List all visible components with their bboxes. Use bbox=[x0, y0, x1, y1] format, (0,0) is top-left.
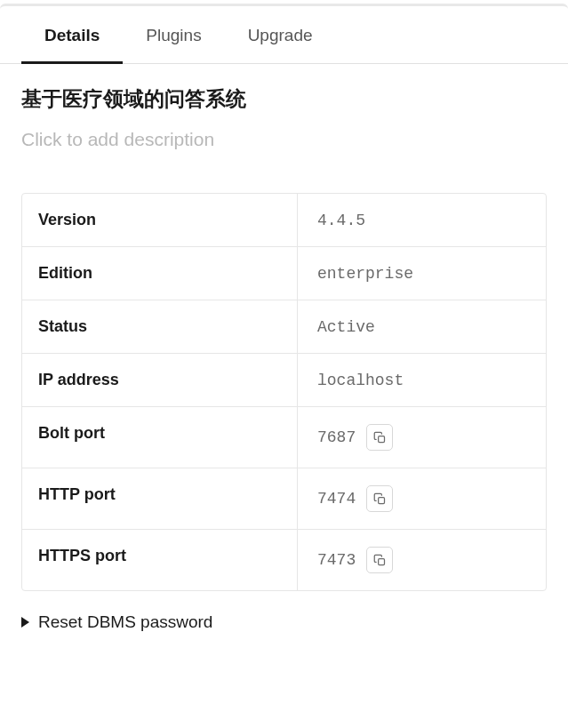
label-edition: Edition bbox=[22, 247, 298, 300]
project-title: 基于医疗领域的问答系统 bbox=[21, 85, 547, 113]
tab-plugins[interactable]: Plugins bbox=[123, 6, 224, 64]
copy-https-port-button[interactable] bbox=[366, 547, 393, 573]
value-http-port-text: 7474 bbox=[317, 490, 356, 508]
value-edition-text: enterprise bbox=[317, 265, 413, 283]
row-status: Status Active bbox=[22, 300, 546, 354]
info-table: Version 4.4.5 Edition enterprise Status … bbox=[21, 193, 547, 591]
value-version: 4.4.5 bbox=[298, 194, 546, 246]
copy-icon bbox=[373, 431, 387, 444]
tab-bar: Details Plugins Upgrade bbox=[0, 6, 568, 64]
label-bolt-port: Bolt port bbox=[22, 407, 298, 468]
value-version-text: 4.4.5 bbox=[317, 212, 365, 229]
value-status-text: Active bbox=[317, 318, 375, 336]
row-version: Version 4.4.5 bbox=[22, 194, 546, 247]
reset-dbms-password[interactable]: Reset DBMS password bbox=[0, 591, 568, 653]
label-status: Status bbox=[22, 300, 298, 353]
svg-rect-2 bbox=[378, 558, 384, 564]
row-ip-address: IP address localhost bbox=[22, 354, 546, 407]
reset-label: Reset DBMS password bbox=[38, 612, 212, 632]
value-status: Active bbox=[298, 300, 546, 353]
copy-bolt-port-button[interactable] bbox=[366, 424, 393, 451]
description-input[interactable]: Click to add description bbox=[21, 129, 547, 150]
row-bolt-port: Bolt port 7687 bbox=[22, 407, 546, 468]
value-bolt-port: 7687 bbox=[298, 407, 546, 468]
label-version: Version bbox=[22, 194, 298, 246]
value-https-port-text: 7473 bbox=[317, 551, 356, 569]
row-https-port: HTTPS port 7473 bbox=[22, 530, 546, 590]
value-edition: enterprise bbox=[298, 247, 546, 300]
value-ip-address-text: localhost bbox=[317, 372, 404, 389]
tab-upgrade[interactable]: Upgrade bbox=[225, 6, 336, 64]
copy-http-port-button[interactable] bbox=[366, 485, 393, 512]
svg-rect-1 bbox=[378, 497, 384, 503]
chevron-right-icon bbox=[21, 617, 29, 628]
copy-icon bbox=[373, 554, 387, 567]
value-http-port: 7474 bbox=[298, 468, 546, 529]
value-https-port: 7473 bbox=[298, 530, 546, 590]
tab-details[interactable]: Details bbox=[21, 6, 123, 64]
details-panel: Details Plugins Upgrade 基于医疗领域的问答系统 Clic… bbox=[0, 4, 568, 653]
label-ip-address: IP address bbox=[22, 354, 298, 406]
copy-icon bbox=[373, 492, 387, 506]
row-edition: Edition enterprise bbox=[22, 247, 546, 300]
svg-rect-0 bbox=[378, 436, 384, 442]
content-area: 基于医疗领域的问答系统 Click to add description Ver… bbox=[0, 64, 568, 591]
label-http-port: HTTP port bbox=[22, 468, 298, 529]
label-https-port: HTTPS port bbox=[22, 530, 298, 590]
row-http-port: HTTP port 7474 bbox=[22, 468, 546, 530]
value-ip-address: localhost bbox=[298, 354, 546, 406]
value-bolt-port-text: 7687 bbox=[317, 428, 356, 446]
